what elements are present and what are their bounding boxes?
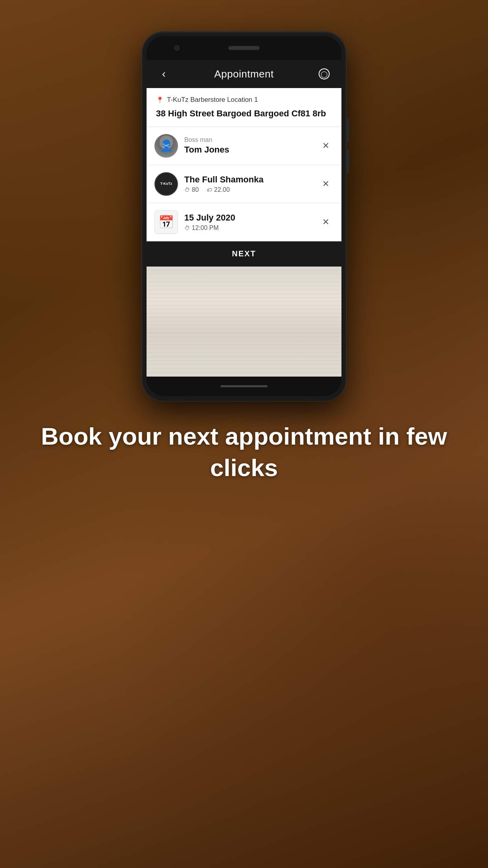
pin-icon: 📍 xyxy=(156,96,164,104)
back-icon: ‹ xyxy=(162,68,165,80)
phone-bottom-bar xyxy=(147,377,341,396)
barber-subtitle: Boss man xyxy=(184,136,312,143)
bottom-caption: Book your next appointment in few clicks xyxy=(0,421,488,484)
service-duration-value: 80 xyxy=(192,186,199,193)
datetime-item-content: 15 July 2020 ⏱ 12:00 PM xyxy=(184,213,312,232)
location-name: T-KuTz Barberstore Location 1 xyxy=(167,96,258,104)
caption-text: Book your next appointment in few clicks xyxy=(24,421,464,484)
back-button[interactable]: ‹ xyxy=(156,66,172,82)
service-price: 🏷 22.00 xyxy=(207,186,230,193)
location-address: 38 High Street Bargoed Bargoed Cf81 8rb xyxy=(156,108,332,120)
close-icon: ✕ xyxy=(322,142,329,150)
service-duration: ⏱ 80 xyxy=(184,186,199,193)
person-icon: ◯ xyxy=(319,68,330,79)
phone-device: ‹ Appointment ◯ 📍 T-KuTz Barberstore Loc… xyxy=(142,31,346,401)
nav-bar: ‹ Appointment ◯ xyxy=(147,60,341,88)
appointment-time: ⏱ 12:00 PM xyxy=(184,224,218,232)
app-screen: ‹ Appointment ◯ 📍 T-KuTz Barberstore Loc… xyxy=(147,60,341,377)
nav-title: Appointment xyxy=(214,68,273,80)
service-avatar-text: T-KuTz xyxy=(160,182,172,186)
service-item-content: The Full Shamonka ⏱ 80 🏷 22.00 xyxy=(184,175,312,193)
service-name: The Full Shamonka xyxy=(184,175,312,185)
service-meta: ⏱ 80 🏷 22.00 xyxy=(184,186,312,193)
calendar-avatar: 📅 xyxy=(154,210,178,234)
datetime-remove-button[interactable]: ✕ xyxy=(318,214,334,230)
barber-list-item: 👤 Boss man Tom Jones ✕ xyxy=(147,127,341,165)
service-price-value: 22.00 xyxy=(214,186,230,193)
clock-icon: ⏱ xyxy=(184,225,190,231)
location-section: 📍 T-KuTz Barberstore Location 1 38 High … xyxy=(147,88,341,127)
service-list-item: T-KuTz The Full Shamonka ⏱ 80 🏷 22.00 xyxy=(147,165,341,203)
barber-avatar: 👤 xyxy=(154,134,178,158)
clock-icon: ⏱ xyxy=(184,187,190,193)
phone-screen: ‹ Appointment ◯ 📍 T-KuTz Barberstore Loc… xyxy=(147,36,341,396)
phone-camera xyxy=(174,45,180,51)
appointment-date: 15 July 2020 xyxy=(184,213,312,223)
next-button[interactable]: NEXT xyxy=(147,241,341,267)
service-avatar: T-KuTz xyxy=(154,172,178,196)
appointment-time-value: 12:00 PM xyxy=(192,224,218,232)
profile-button[interactable]: ◯ xyxy=(316,66,332,82)
service-remove-button[interactable]: ✕ xyxy=(318,176,334,192)
phone-wrapper: ‹ Appointment ◯ 📍 T-KuTz Barberstore Loc… xyxy=(142,31,346,401)
close-icon: ✕ xyxy=(322,180,329,188)
barber-remove-button[interactable]: ✕ xyxy=(318,138,334,154)
price-icon: 🏷 xyxy=(207,187,212,193)
phone-speaker xyxy=(228,46,260,50)
barber-item-content: Boss man Tom Jones xyxy=(184,136,312,155)
close-icon: ✕ xyxy=(322,218,329,226)
phone-top-bar xyxy=(147,36,341,60)
home-indicator xyxy=(220,385,268,387)
barber-name: Tom Jones xyxy=(184,145,312,155)
location-header: 📍 T-KuTz Barberstore Location 1 xyxy=(156,96,332,104)
wood-background-area xyxy=(147,267,341,377)
datetime-list-item: 📅 15 July 2020 ⏱ 12:00 PM ✕ xyxy=(147,203,341,241)
datetime-meta: ⏱ 12:00 PM xyxy=(184,224,312,232)
